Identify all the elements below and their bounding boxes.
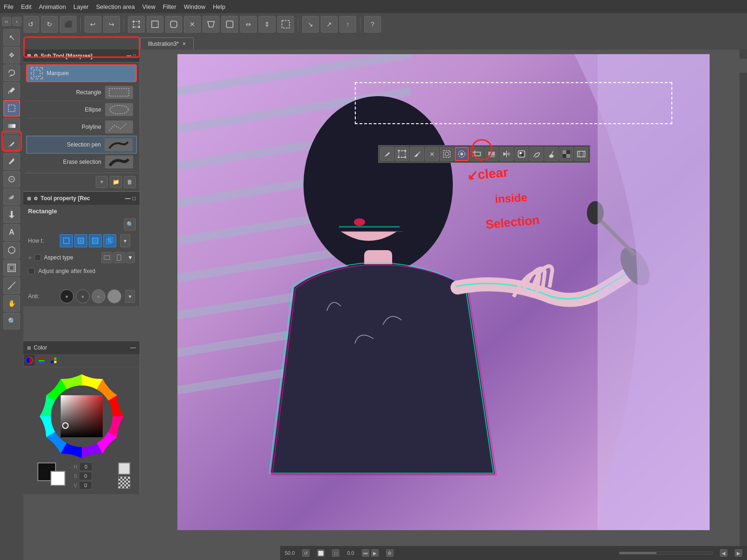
right-scrollbar[interactable] xyxy=(740,49,747,546)
how-add-btn[interactable]: + xyxy=(74,234,87,247)
rotate-right-btn[interactable]: ↻ xyxy=(41,16,58,33)
eyedropper-tool[interactable] xyxy=(3,82,20,99)
ct-mask-btn[interactable] xyxy=(514,147,529,161)
fill-rect-btn[interactable]: ⬛ xyxy=(60,16,77,33)
figure-tool[interactable] xyxy=(3,242,20,259)
flip-icon[interactable]: ⬜ xyxy=(317,549,324,557)
anti-mid-btn[interactable]: ● xyxy=(92,289,106,303)
delete-subtool-btn[interactable]: 🗑 xyxy=(124,176,136,188)
prop-minimize[interactable]: — xyxy=(125,195,131,202)
scroll-left-btn[interactable]: ◀ xyxy=(720,549,727,557)
menu-edit[interactable]: Edit xyxy=(21,3,31,10)
warp-btn[interactable] xyxy=(165,16,182,33)
canvas-area[interactable]: ✕ xyxy=(140,49,747,560)
expand-icon[interactable]: □ xyxy=(133,53,136,58)
ct-select-btn[interactable] xyxy=(395,147,409,161)
menu-view[interactable]: View xyxy=(142,3,155,10)
liquify-btn[interactable] xyxy=(221,16,238,33)
aspect-dropdown[interactable]: ▼ xyxy=(126,252,135,263)
new-subtool-btn[interactable]: + xyxy=(96,176,108,188)
aspect-icon1[interactable] xyxy=(101,252,113,263)
ct-erase-btn[interactable] xyxy=(410,147,424,161)
how-new-btn[interactable] xyxy=(60,234,73,247)
transform-btn[interactable] xyxy=(128,16,145,33)
ct-transform-btn[interactable]: ✕ xyxy=(425,147,439,161)
hand-tool[interactable]: ✋ xyxy=(3,295,20,312)
ct-layer-btn[interactable] xyxy=(485,147,499,161)
move-tool[interactable]: ✥ xyxy=(3,47,20,63)
ct-pen-btn[interactable] xyxy=(380,147,394,161)
menu-layer[interactable]: Layer xyxy=(73,3,89,10)
folder-subtool-btn[interactable]: 📁 xyxy=(110,176,122,188)
nav-left-btn[interactable]: ‹‹ xyxy=(2,17,11,26)
blur-tool[interactable] xyxy=(3,171,20,188)
ct-flip-btn[interactable] xyxy=(500,147,514,161)
color-wheel-tab[interactable] xyxy=(23,354,35,366)
aspect-icon2[interactable] xyxy=(113,252,125,263)
color-slider-tab[interactable] xyxy=(35,354,48,366)
how-dropdown-btn[interactable]: ▼ xyxy=(120,234,130,247)
smear-tool[interactable] xyxy=(3,189,20,205)
ct-checker-btn[interactable] xyxy=(559,147,573,161)
ellipse-item[interactable]: Ellipse xyxy=(26,101,137,119)
menu-animation[interactable]: Animation xyxy=(39,3,66,10)
tab-close-btn[interactable]: × xyxy=(183,41,186,47)
checkerboard-btn[interactable] xyxy=(118,476,130,489)
play-prev-btn[interactable]: ⏮ xyxy=(362,549,369,557)
ct-filmstrip-btn[interactable] xyxy=(574,147,588,161)
zoom-tool[interactable]: 🔍 xyxy=(3,313,20,329)
fg-bg-colors[interactable] xyxy=(37,462,65,486)
ct-clear-inside-btn[interactable] xyxy=(455,147,469,161)
sat-input[interactable] xyxy=(79,472,92,480)
anti-dropdown-btn[interactable]: ▼ xyxy=(125,290,135,303)
illustration-canvas[interactable]: ✕ xyxy=(177,54,710,530)
illustration-tab[interactable]: Illustration3* × xyxy=(140,37,194,49)
perspective-btn[interactable] xyxy=(203,16,219,33)
how-subtract-btn[interactable]: − xyxy=(89,234,102,247)
color-minimize[interactable]: — xyxy=(130,344,136,351)
bg-color[interactable] xyxy=(50,471,65,486)
rotate-left-btn[interactable]: ↺ xyxy=(22,16,39,33)
minimize-icon[interactable]: — xyxy=(127,53,131,58)
gradient-tool[interactable] xyxy=(3,118,20,134)
erase-selection-item[interactable]: Erase selection xyxy=(26,154,137,171)
aspect-checkbox[interactable] xyxy=(35,254,41,261)
anti-weak-btn[interactable]: ● xyxy=(76,289,90,303)
brush-tool[interactable] xyxy=(3,153,20,170)
flip-v-btn[interactable]: ⇕ xyxy=(259,16,275,33)
flip-h-btn[interactable]: ⇔ xyxy=(240,16,257,33)
transparent-color-btn[interactable] xyxy=(118,462,130,475)
aspect-plus[interactable]: + xyxy=(28,254,32,261)
how-intersect-btn[interactable] xyxy=(103,234,116,247)
menu-selection-area[interactable]: Selection area xyxy=(96,3,135,10)
play-btn[interactable]: ▶ xyxy=(371,549,379,557)
scroll-handle[interactable] xyxy=(740,59,747,73)
arrow-down-btn[interactable]: ↘ xyxy=(302,16,319,33)
distort-btn[interactable]: ✕ xyxy=(184,16,201,33)
rectangle-item[interactable]: Rectangle xyxy=(26,84,137,101)
ct-select2-btn[interactable] xyxy=(440,147,454,161)
text-tool[interactable]: A xyxy=(3,224,20,241)
ct-move-btn[interactable] xyxy=(470,147,484,161)
undo-btn[interactable]: ↩ xyxy=(85,16,101,33)
hue-input[interactable] xyxy=(79,462,92,471)
nav-right-btn[interactable]: ‹ xyxy=(12,17,21,26)
val-input[interactable] xyxy=(79,481,92,490)
lasso-tool[interactable] xyxy=(3,64,20,81)
redo-btn[interactable]: ↪ xyxy=(103,16,120,33)
ct-select3-btn[interactable] xyxy=(529,147,543,161)
color-palette-tab[interactable] xyxy=(48,354,60,366)
frame-tool[interactable] xyxy=(3,259,20,276)
scroll-right-btn[interactable]: ▶ xyxy=(735,549,742,557)
menu-file[interactable]: File xyxy=(4,3,14,10)
arrow-right-btn[interactable]: ↗ xyxy=(321,16,338,33)
selection-pen-item[interactable]: Selection pen xyxy=(26,136,137,154)
rect-transform-btn[interactable] xyxy=(147,16,163,33)
anti-none-btn[interactable]: ● xyxy=(60,289,74,303)
menu-filter[interactable]: Filter xyxy=(163,3,176,10)
search-property-btn[interactable]: 🔍 xyxy=(124,218,136,231)
ct-paint-btn[interactable] xyxy=(544,147,558,161)
marquee-tool[interactable] xyxy=(3,100,20,117)
pen-tool[interactable] xyxy=(3,135,20,152)
rotate-icon[interactable]: ↺ xyxy=(302,549,310,557)
